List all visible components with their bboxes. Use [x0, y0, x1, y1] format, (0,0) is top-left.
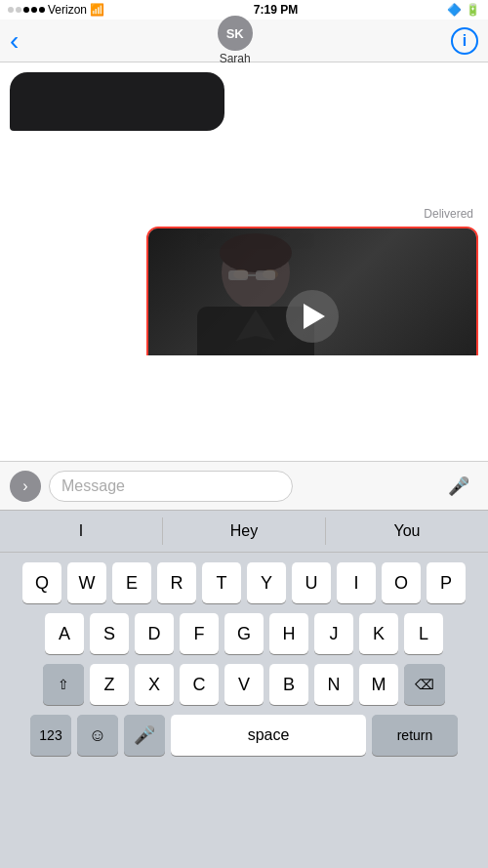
mic-button[interactable]: 🎤: [447, 475, 470, 498]
key-Y[interactable]: Y: [247, 562, 286, 603]
key-N[interactable]: N: [314, 664, 353, 705]
delete-key[interactable]: ⌫: [404, 664, 445, 705]
key-K[interactable]: K: [359, 613, 398, 654]
key-B[interactable]: B: [269, 664, 308, 705]
key-V[interactable]: V: [224, 664, 264, 705]
keyboard-row-2: A S D F G H J K L: [0, 613, 488, 654]
info-icon: i: [463, 32, 467, 50]
key-D[interactable]: D: [135, 613, 174, 654]
key-M[interactable]: M: [359, 664, 398, 705]
signal-dot-3: [23, 7, 29, 13]
key-C[interactable]: C: [180, 664, 219, 705]
info-button[interactable]: i: [451, 27, 478, 55]
svg-point-1: [220, 233, 292, 272]
status-time: 7:19 PM: [254, 3, 298, 17]
keyboard-row-3: ⇧ Z X C V B N M ⌫: [0, 664, 488, 705]
messages-area: Delivered: [0, 62, 488, 355]
predictive-item-1[interactable]: Hey: [163, 511, 325, 552]
back-button[interactable]: ‹: [10, 25, 19, 57]
status-left: Verizon 📶: [8, 3, 104, 17]
space-key[interactable]: space: [171, 715, 366, 756]
key-Z[interactable]: Z: [90, 664, 129, 705]
key-T[interactable]: T: [202, 562, 241, 603]
shift-key[interactable]: ⇧: [43, 664, 84, 705]
key-O[interactable]: O: [382, 562, 421, 603]
key-E[interactable]: E: [112, 562, 151, 603]
delivered-label: Delivered: [424, 207, 473, 221]
signal-dot-1: [8, 7, 14, 13]
nav-bar: ‹ SK Sarah i: [0, 20, 488, 62]
battery-icon: 🔋: [466, 3, 480, 17]
emoji-icon: ☺: [89, 725, 106, 746]
svg-rect-7: [256, 270, 275, 280]
expand-icon: ›: [22, 477, 27, 495]
key-H[interactable]: H: [269, 613, 308, 654]
emoji-key[interactable]: ☺: [77, 715, 118, 756]
link-card[interactable]: feel da flow We're adding More Cowbell y…: [146, 227, 478, 355]
svg-rect-6: [228, 270, 248, 280]
nav-center: SK Sarah: [218, 16, 253, 65]
input-field-wrap: 🎤: [49, 471, 478, 502]
key-Q[interactable]: Q: [22, 562, 61, 603]
key-L[interactable]: L: [404, 613, 443, 654]
key-U[interactable]: U: [292, 562, 331, 603]
expand-button[interactable]: ›: [10, 471, 41, 502]
message-input[interactable]: [49, 471, 293, 502]
play-button[interactable]: [286, 290, 339, 343]
key-G[interactable]: G: [224, 613, 264, 654]
link-card-video: feel da flow: [148, 228, 476, 355]
status-right: 🔷 🔋: [447, 3, 480, 17]
key-S[interactable]: S: [90, 613, 129, 654]
back-chevron-icon: ‹: [10, 25, 19, 57]
return-key[interactable]: return: [372, 715, 458, 756]
key-W[interactable]: W: [67, 562, 106, 603]
key-J[interactable]: J: [314, 613, 353, 654]
key-F[interactable]: F: [180, 613, 219, 654]
avatar-initials: SK: [226, 26, 244, 41]
num-key[interactable]: 123: [30, 715, 71, 756]
predictive-item-2[interactable]: You: [326, 511, 488, 552]
keyboard-mic-icon: 🎤: [134, 724, 155, 746]
key-A[interactable]: A: [45, 613, 84, 654]
keyboard-mic-key[interactable]: 🎤: [124, 715, 165, 756]
delete-icon: ⌫: [415, 677, 434, 692]
keyboard-row-1: Q W E R T Y U I O P: [0, 562, 488, 603]
signal-dot-2: [16, 7, 21, 13]
incoming-message-bubble: [10, 72, 224, 131]
keyboard: Q W E R T Y U I O P A S D F G H J K L ⇧ …: [0, 553, 488, 868]
key-I[interactable]: I: [337, 562, 376, 603]
signal-dot-5: [39, 7, 45, 13]
avatar: SK: [218, 16, 253, 51]
signal-dot-4: [31, 7, 37, 13]
play-icon: [304, 304, 325, 329]
bluetooth-icon: 🔷: [447, 3, 462, 17]
carrier-label: Verizon: [48, 3, 87, 17]
key-P[interactable]: P: [427, 562, 466, 603]
shift-icon: ⇧: [58, 677, 69, 692]
mic-icon: 🎤: [448, 475, 469, 497]
predictive-bar: I Hey You: [0, 510, 488, 553]
key-R[interactable]: R: [157, 562, 196, 603]
predictive-item-0[interactable]: I: [0, 511, 162, 552]
keyboard-row-4: 123 ☺ 🎤 space return: [0, 715, 488, 756]
wifi-icon: 📶: [90, 3, 104, 17]
signal-dots: [8, 7, 45, 13]
key-X[interactable]: X: [135, 664, 174, 705]
input-bar: › 🎤: [0, 461, 488, 510]
